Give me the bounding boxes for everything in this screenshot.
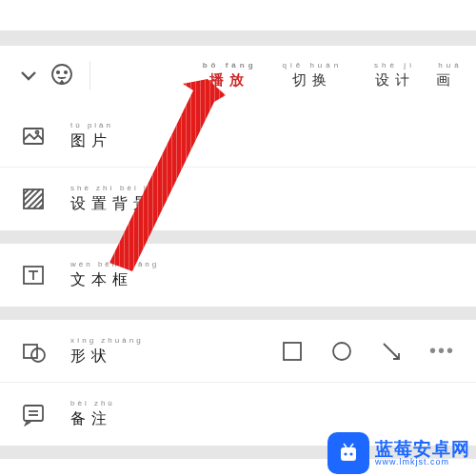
menu-row-shape[interactable]: xíng zhuàng形状••• bbox=[0, 320, 476, 383]
list-divider bbox=[0, 230, 476, 244]
slide-preview bbox=[0, 0, 476, 30]
note-icon bbox=[21, 402, 46, 426]
watermark-url: www.lmkjst.com bbox=[375, 458, 470, 466]
more-icon[interactable]: ••• bbox=[429, 340, 455, 362]
toolbar-tab-4[interactable]: huà画 bbox=[436, 61, 465, 89]
menu-row-background[interactable]: shè zhì bèi jǐng设置背景 bbox=[0, 168, 476, 230]
watermark: 蓝莓安卓网 www.lmkjst.com bbox=[327, 432, 470, 474]
square-icon[interactable] bbox=[281, 340, 304, 363]
menu-row-image[interactable]: tú piàn图片 bbox=[0, 105, 476, 168]
menu-row-label: shè zhì bèi jǐng设置背景 bbox=[70, 184, 168, 214]
image-icon bbox=[21, 124, 46, 149]
toolbar-tab-2[interactable]: qiē huàn切换 bbox=[271, 61, 354, 89]
svg-point-28 bbox=[344, 452, 347, 455]
svg-point-2 bbox=[65, 71, 67, 73]
toolbar: bō fàng播放qiē huàn切换shè jì设计huà画 bbox=[0, 46, 476, 105]
menu-row-label: tú piàn图片 bbox=[70, 121, 113, 151]
svg-line-19 bbox=[384, 344, 399, 359]
svg-line-7 bbox=[24, 189, 34, 200]
preview-gap bbox=[0, 30, 476, 46]
menu-row-label: wén běn kuāng文本框 bbox=[70, 260, 159, 290]
textbox-icon bbox=[21, 263, 46, 288]
toolbar-tab-1[interactable]: bō fàng播放 bbox=[188, 61, 271, 89]
svg-point-29 bbox=[349, 452, 352, 455]
toolbar-separator bbox=[89, 61, 90, 89]
menu-row-label: bèi zhù备注 bbox=[70, 399, 115, 429]
menu-row-textbox[interactable]: wén běn kuāng文本框 bbox=[0, 244, 476, 307]
emoji-icon[interactable] bbox=[50, 63, 74, 88]
arrow-shape-icon[interactable] bbox=[380, 340, 403, 363]
toolbar-tab-0[interactable] bbox=[106, 66, 188, 86]
svg-point-4 bbox=[36, 130, 39, 133]
svg-rect-20 bbox=[24, 406, 43, 421]
svg-point-16 bbox=[31, 348, 45, 362]
watermark-badge-icon bbox=[327, 432, 369, 474]
svg-rect-17 bbox=[284, 343, 301, 360]
shape-icon bbox=[21, 339, 46, 364]
chevron-down-icon[interactable] bbox=[17, 64, 40, 87]
svg-rect-15 bbox=[24, 345, 37, 358]
svg-point-18 bbox=[333, 343, 350, 360]
svg-rect-27 bbox=[341, 447, 356, 461]
background-icon bbox=[21, 187, 46, 211]
watermark-title: 蓝莓安卓网 bbox=[375, 440, 470, 458]
toolbar-tab-3[interactable]: shè jì设计 bbox=[353, 61, 436, 89]
circle-icon[interactable] bbox=[330, 340, 353, 363]
svg-line-31 bbox=[350, 444, 353, 447]
menu-row-label: xíng zhuàng形状 bbox=[70, 336, 144, 367]
list-divider bbox=[0, 307, 476, 320]
svg-line-30 bbox=[344, 444, 347, 447]
svg-point-1 bbox=[57, 71, 59, 73]
